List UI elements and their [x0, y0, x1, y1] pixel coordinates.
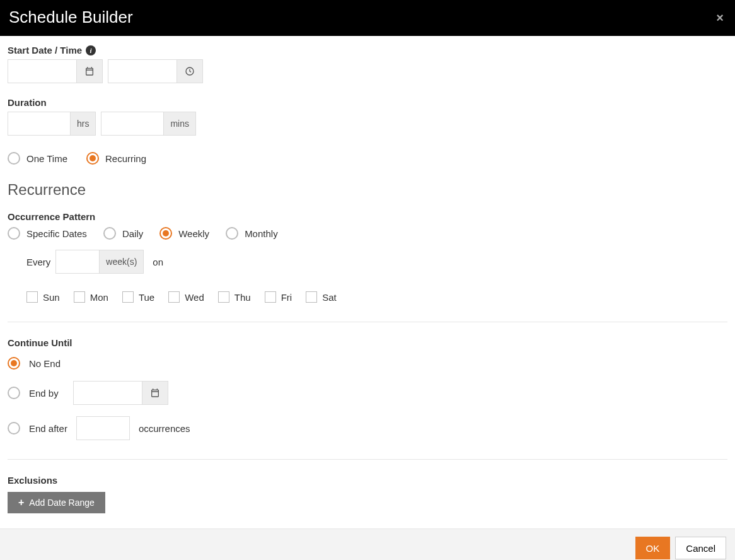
modal-title: Schedule Builder [9, 8, 133, 27]
radio-icon [8, 387, 20, 399]
continue-list: No End End by End after occurrences [8, 357, 727, 440]
cancel-button[interactable]: Cancel [675, 537, 726, 559]
day-label: Tue [139, 292, 154, 303]
start-time-group [108, 59, 203, 83]
radio-weekly[interactable]: Weekly [159, 227, 209, 240]
add-date-range-button[interactable]: + Add Date Range [8, 492, 105, 513]
frequency-row: One Time Recurring [8, 152, 727, 165]
hrs-group: hrs [8, 112, 96, 136]
radio-daily[interactable]: Daily [103, 227, 143, 240]
occurrence-pattern-label: Occurrence Pattern [8, 211, 727, 222]
plus-icon: + [18, 497, 24, 508]
checkbox-thu[interactable]: Thu [218, 291, 251, 303]
day-label: Fri [281, 292, 292, 303]
radio-end-after[interactable]: End after occurrences [8, 416, 727, 440]
button-label: Add Date Range [29, 498, 95, 508]
radio-icon [8, 422, 20, 435]
checkbox-icon [26, 291, 38, 303]
divider [8, 322, 727, 322]
minutes-input[interactable] [101, 112, 164, 136]
radio-icon [8, 152, 20, 165]
radio-label: End by [29, 388, 64, 399]
radio-label: Recurring [105, 153, 146, 164]
start-label-text: Start Date / Time [8, 45, 82, 55]
radio-label: One Time [26, 153, 67, 164]
radio-end-by[interactable]: End by [8, 381, 727, 405]
weekly-interval-group: week(s) [55, 250, 144, 274]
modal-body: Start Date / Time i Duration hrs [0, 36, 735, 528]
checkbox-wed[interactable]: Wed [168, 291, 204, 303]
checkbox-sat[interactable]: Sat [306, 291, 337, 303]
day-label: Sat [322, 292, 337, 303]
clock-icon[interactable] [177, 59, 203, 83]
checkbox-icon [265, 291, 276, 303]
calendar-icon[interactable] [142, 381, 168, 405]
every-label: Every [26, 257, 50, 267]
button-label: Cancel [686, 543, 715, 554]
continue-until-label: Continue Until [8, 337, 727, 348]
modal-header: Schedule Builder × [0, 0, 735, 36]
radio-icon [8, 357, 20, 370]
modal-footer: OK Cancel [0, 528, 735, 560]
ok-button[interactable]: OK [635, 537, 671, 559]
hrs-suffix: hrs [71, 112, 96, 136]
weeks-suffix: week(s) [100, 250, 144, 274]
day-label: Sun [43, 292, 60, 303]
radio-label: Monthly [245, 228, 278, 239]
day-label: Wed [185, 292, 204, 303]
checkbox-tue[interactable]: Tue [122, 291, 154, 303]
duration-row: hrs mins [8, 112, 727, 136]
checkbox-mon[interactable]: Mon [74, 291, 108, 303]
radio-icon [8, 227, 20, 240]
checkbox-icon [74, 291, 85, 303]
hours-input[interactable] [8, 112, 71, 136]
exclusions-label: Exclusions [8, 475, 727, 486]
checkbox-icon [122, 291, 134, 303]
button-label: OK [646, 543, 660, 554]
mins-suffix: mins [164, 112, 196, 136]
day-label: Thu [234, 292, 251, 303]
checkbox-icon [168, 291, 180, 303]
weekly-every-row: Every week(s) on [26, 250, 727, 274]
recurrence-heading: Recurrence [8, 181, 727, 199]
start-date-time-label: Start Date / Time i [8, 45, 727, 55]
radio-label: Weekly [178, 228, 209, 239]
end-after-count-input[interactable] [76, 416, 130, 440]
radio-specific-dates[interactable]: Specific Dates [8, 227, 87, 240]
radio-no-end[interactable]: No End [8, 357, 727, 370]
close-icon[interactable]: × [716, 11, 724, 24]
days-row: Sun Mon Tue Wed Thu Fri Sat [26, 291, 727, 303]
duration-label: Duration [8, 97, 727, 108]
end-by-date-input[interactable] [73, 381, 142, 405]
checkbox-sun[interactable]: Sun [26, 291, 60, 303]
radio-icon [103, 227, 116, 240]
schedule-builder-modal: Schedule Builder × Start Date / Time i [0, 0, 735, 560]
start-time-input[interactable] [108, 59, 177, 83]
checkbox-icon [218, 291, 229, 303]
checkbox-icon [306, 291, 317, 303]
radio-icon [159, 227, 172, 240]
radio-monthly[interactable]: Monthly [226, 227, 278, 240]
radio-label: No End [29, 358, 61, 369]
day-label: Mon [90, 292, 108, 303]
radio-icon [86, 152, 99, 165]
end-by-date-group [73, 381, 168, 405]
radio-label: Specific Dates [26, 228, 87, 239]
checkbox-fri[interactable]: Fri [265, 291, 292, 303]
start-date-input[interactable] [8, 59, 77, 83]
on-label: on [153, 257, 163, 267]
occurrences-label: occurrences [139, 423, 190, 434]
weekly-interval-input[interactable] [55, 250, 100, 274]
radio-label: End after [29, 423, 67, 434]
start-row [8, 59, 727, 83]
start-date-group [8, 59, 103, 83]
mins-group: mins [101, 112, 196, 136]
info-icon[interactable]: i [86, 45, 96, 55]
radio-one-time[interactable]: One Time [8, 152, 67, 165]
radio-recurring[interactable]: Recurring [86, 152, 146, 165]
radio-label: Daily [122, 228, 143, 239]
divider [8, 459, 727, 460]
pattern-row: Specific Dates Daily Weekly Monthly [8, 227, 727, 240]
radio-icon [226, 227, 238, 240]
calendar-icon[interactable] [77, 59, 103, 83]
